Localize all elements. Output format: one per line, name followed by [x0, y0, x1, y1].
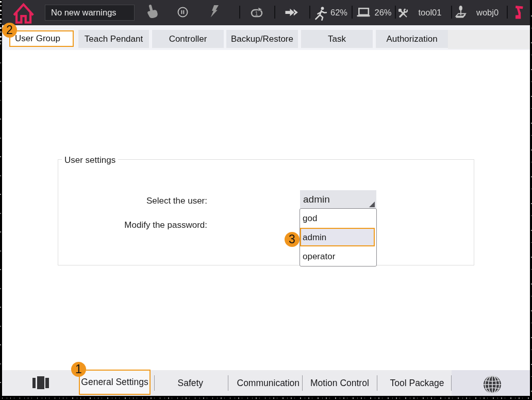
- svg-text:1: 1: [255, 10, 258, 16]
